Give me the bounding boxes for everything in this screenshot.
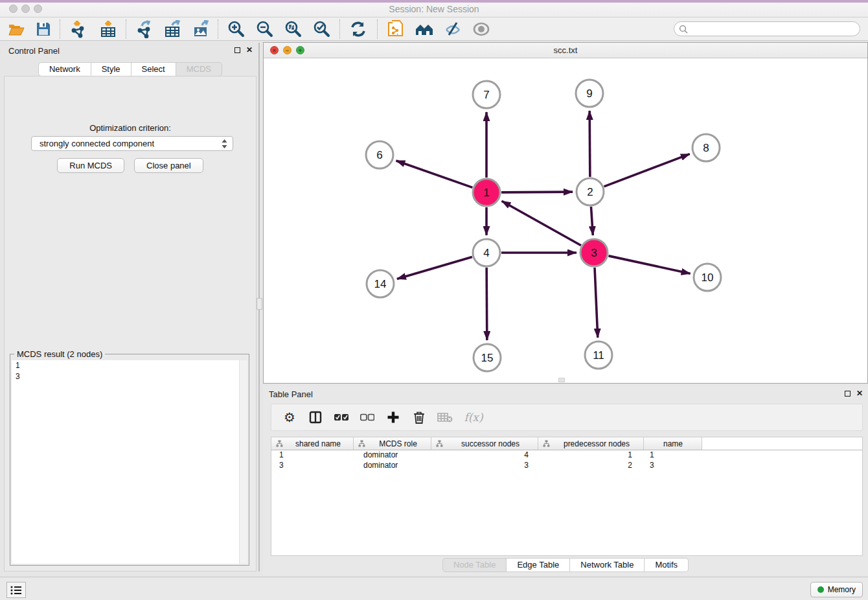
export-table-icon[interactable]	[162, 19, 184, 39]
optimization-dropdown[interactable]: strongly connected component	[31, 136, 233, 151]
close-panel-icon[interactable]: ✕	[246, 47, 253, 53]
delete-table-icon[interactable]	[437, 409, 453, 426]
canvas-grip[interactable]	[558, 378, 565, 382]
zoom-fit-icon[interactable]	[282, 19, 304, 39]
graph-node[interactable]: 3	[580, 239, 608, 266]
tab-network-table[interactable]: Network Table	[570, 558, 645, 572]
table-cell: dominator	[354, 461, 431, 471]
add-icon[interactable]	[385, 409, 402, 426]
float-table-panel-icon[interactable]	[845, 391, 851, 397]
table-cell: 1	[538, 450, 644, 461]
result-scrollbar[interactable]	[239, 360, 247, 564]
chevron-updown-icon	[221, 139, 228, 153]
table-row[interactable]: 1dominator411	[271, 450, 862, 461]
graph-node[interactable]: 14	[367, 270, 394, 297]
graph-edge[interactable]	[591, 207, 593, 235]
export-image-icon[interactable]	[190, 19, 212, 39]
first-neighbors-icon[interactable]	[413, 19, 435, 39]
graph-node[interactable]: 10	[694, 264, 721, 291]
hide-selected-icon[interactable]	[442, 19, 464, 39]
memory-button[interactable]: Memory	[810, 582, 863, 597]
graph-edge[interactable]	[595, 268, 598, 338]
column-header[interactable]: name	[644, 437, 702, 450]
tab-select[interactable]: Select	[131, 62, 176, 76]
zoom-selected-icon[interactable]	[311, 19, 333, 39]
import-network-icon[interactable]	[67, 19, 89, 39]
table-row[interactable]: 3dominator323	[271, 461, 862, 471]
task-history-button[interactable]	[6, 582, 26, 598]
float-panel-icon[interactable]	[234, 47, 240, 53]
tab-network[interactable]: Network	[38, 62, 91, 76]
graph-node[interactable]: 8	[692, 134, 720, 161]
graph-edge[interactable]	[608, 256, 690, 273]
table-cell: 3	[271, 461, 354, 471]
graph-node[interactable]: 11	[585, 341, 612, 369]
search-input[interactable]	[688, 25, 850, 34]
deselect-all-icon[interactable]	[359, 409, 376, 426]
column-header[interactable]: predecessor nodes	[538, 437, 644, 450]
export-network-icon[interactable]	[133, 19, 155, 39]
network-window-titlebar[interactable]: × − + scc.txt	[264, 43, 867, 58]
graph-edge[interactable]	[396, 161, 472, 187]
graph-edge[interactable]	[502, 201, 581, 246]
table-cell: 3	[644, 461, 702, 471]
mcds-result-list[interactable]: 13	[12, 360, 247, 564]
column-header[interactable]: shared name	[271, 437, 354, 450]
graph-node[interactable]: 1	[473, 179, 500, 206]
table-cell: 3	[431, 461, 538, 471]
network-window: × − + scc.txt 7968124314101511	[263, 42, 868, 384]
zoom-out-icon[interactable]	[254, 19, 276, 39]
tab-edge-table[interactable]: Edge Table	[507, 558, 570, 572]
tab-node-table[interactable]: Node Table	[442, 558, 507, 572]
graph-node[interactable]: 7	[473, 81, 500, 108]
column-header[interactable]: successor nodes	[431, 437, 538, 450]
optimization-label: Optimization criterion:	[5, 123, 256, 133]
table-toolbar: ⚙ f(x)	[271, 404, 863, 431]
graph-node-label: 1	[483, 187, 489, 199]
graph-node[interactable]: 4	[473, 239, 500, 266]
close-table-panel-icon[interactable]: ✕	[856, 390, 863, 397]
memory-label: Memory	[828, 585, 856, 594]
table-panel-title: Table Panel	[269, 389, 313, 399]
graph-edge[interactable]	[397, 257, 472, 279]
zoom-in-icon[interactable]	[225, 19, 247, 39]
splitter-handle[interactable]	[257, 298, 262, 310]
graph-edge[interactable]	[604, 154, 690, 187]
list-icon	[10, 585, 22, 595]
sort-hierarchy-icon	[358, 440, 365, 447]
gear-icon[interactable]: ⚙	[281, 409, 298, 426]
graph-edge[interactable]	[589, 111, 590, 177]
function-builder-icon[interactable]: f(x)	[463, 409, 485, 426]
new-network-from-selection-icon[interactable]	[385, 19, 407, 39]
graph-node-label: 14	[374, 278, 387, 290]
save-icon[interactable]	[32, 19, 54, 39]
graph-node[interactable]: 9	[576, 80, 603, 107]
select-all-icon[interactable]	[333, 409, 350, 426]
graph-node-label: 11	[593, 349, 604, 362]
mcds-result-title: MCDS result (2 nodes)	[14, 349, 105, 359]
search-field[interactable]	[674, 21, 860, 36]
graph-node[interactable]: 15	[474, 344, 501, 371]
refresh-icon[interactable]	[347, 19, 369, 39]
column-header-label: successor nodes	[447, 439, 538, 448]
column-header[interactable]: MCDS role	[354, 437, 431, 450]
tab-motifs[interactable]: Motifs	[645, 558, 689, 572]
search-icon	[679, 25, 688, 34]
network-canvas[interactable]: 7968124314101511	[264, 58, 867, 383]
run-mcds-button[interactable]: Run MCDS	[57, 158, 124, 173]
control-panel: Control Panel ✕ Optimization criterion: …	[3, 43, 258, 571]
graph-edge[interactable]	[486, 268, 487, 340]
graph-node[interactable]: 6	[366, 141, 393, 168]
app-title: Session: New Session	[0, 4, 868, 14]
tab-style[interactable]: Style	[91, 62, 131, 76]
delete-icon[interactable]	[411, 409, 428, 426]
open-folder-icon[interactable]	[5, 19, 27, 39]
close-panel-button[interactable]: Close panel	[134, 158, 203, 173]
graph-node[interactable]: 2	[577, 178, 604, 205]
columns-icon[interactable]	[307, 409, 324, 426]
status-bar: Memory	[0, 577, 868, 600]
tab-mcds[interactable]: MCDS	[176, 62, 222, 76]
show-all-icon[interactable]	[470, 19, 492, 39]
graph-edge[interactable]	[501, 192, 573, 192]
import-table-icon[interactable]	[97, 19, 119, 39]
